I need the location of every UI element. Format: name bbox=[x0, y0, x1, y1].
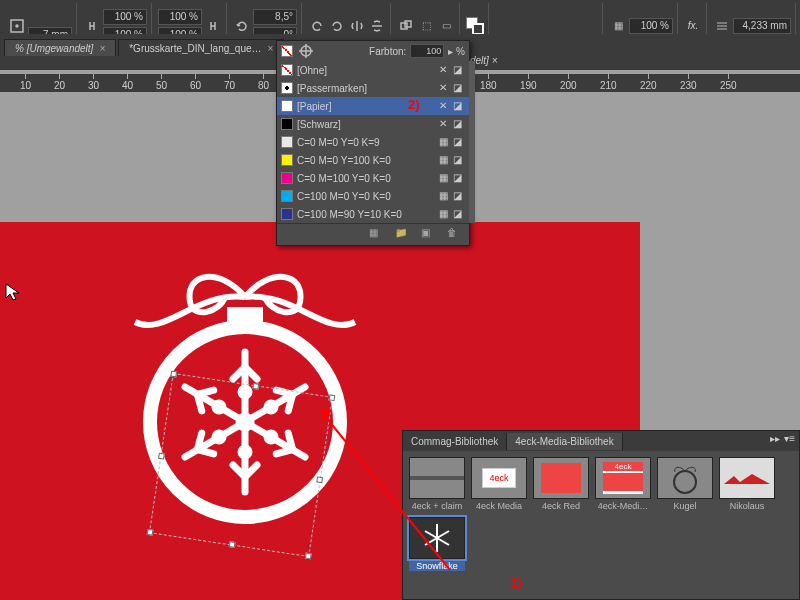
rotate-ccw-icon[interactable] bbox=[308, 17, 326, 35]
library-item[interactable]: Kugel bbox=[657, 457, 713, 511]
arrange-icon[interactable] bbox=[397, 17, 415, 35]
swatch-list: [Ohne]✕◪[Passermarken]✕◪[Papier]✕◪[Schwa… bbox=[277, 61, 469, 223]
new-folder-icon[interactable]: 📁 bbox=[395, 227, 411, 243]
fx-button[interactable]: fx. bbox=[684, 17, 702, 35]
stroke-field[interactable]: 4,233 mm bbox=[733, 18, 791, 34]
svg-marker-35 bbox=[320, 410, 332, 422]
swatch-row[interactable]: [Papier]✕◪ bbox=[277, 97, 469, 115]
swatch-row[interactable]: C=0 M=100 Y=0 K=0▦◪ bbox=[277, 169, 469, 187]
stroke-weight-icon bbox=[713, 17, 731, 35]
tint-slider-icon[interactable]: ▸ % bbox=[448, 46, 465, 57]
show-options-icon[interactable]: ▦ bbox=[369, 227, 385, 243]
doc-tab-2[interactable]: *Grusskarte_DIN_lang_que…× bbox=[118, 39, 284, 56]
effects-icon[interactable]: ▦ bbox=[609, 17, 627, 35]
tint-label: Farbton: bbox=[369, 46, 406, 57]
reference-point-icon[interactable] bbox=[8, 17, 26, 35]
new-swatch-icon[interactable]: ▣ bbox=[421, 227, 437, 243]
select-container-icon[interactable]: ⬚ bbox=[417, 17, 435, 35]
link-wh-icon[interactable] bbox=[83, 17, 101, 35]
panel-collapse-icon[interactable]: ▸▸ bbox=[770, 433, 780, 444]
annotation-number-2: 2) bbox=[408, 97, 420, 112]
swatch-row[interactable]: [Ohne]✕◪ bbox=[277, 61, 469, 79]
angle-field[interactable]: 8,5° bbox=[253, 9, 297, 25]
rotate-cw-icon[interactable] bbox=[328, 17, 346, 35]
swatch-row[interactable]: C=100 M=90 Y=10 K=0▦◪ bbox=[277, 205, 469, 223]
rotate-icon bbox=[233, 17, 251, 35]
scale-3-field[interactable]: 100 % bbox=[158, 9, 202, 25]
select-content-icon[interactable]: ▭ bbox=[437, 17, 455, 35]
svg-point-1 bbox=[16, 25, 18, 27]
stroke-swatch[interactable] bbox=[472, 23, 484, 35]
panel-menu-icon[interactable]: ▾≡ bbox=[784, 433, 795, 444]
doc-tab-1[interactable]: % [Umgewandelt]× bbox=[4, 39, 116, 56]
close-icon[interactable]: × bbox=[99, 43, 105, 54]
annotation-arrow bbox=[300, 390, 500, 590]
none-swatch-icon[interactable] bbox=[281, 45, 293, 57]
cursor-icon bbox=[4, 282, 24, 302]
swatch-row[interactable]: C=0 M=0 Y=100 K=0▦◪ bbox=[277, 151, 469, 169]
svg-rect-2 bbox=[401, 23, 407, 29]
svg-point-30 bbox=[674, 471, 696, 493]
swatch-row[interactable]: C=0 M=0 Y=0 K=9▦◪ bbox=[277, 133, 469, 151]
flip-h-icon[interactable] bbox=[348, 17, 366, 35]
close-icon[interactable]: × bbox=[268, 43, 274, 54]
flip-v-icon[interactable] bbox=[368, 17, 386, 35]
scale-x-field[interactable]: 100 % bbox=[103, 9, 147, 25]
swatches-panel: Farbton: ▸ % [Ohne]✕◪[Passermarken]✕◪[Pa… bbox=[276, 40, 470, 246]
close-icon[interactable]: × bbox=[492, 55, 498, 66]
swatch-row[interactable]: [Passermarken]✕◪ bbox=[277, 79, 469, 97]
library-item[interactable]: Nikolaus bbox=[719, 457, 775, 511]
link-scale-icon[interactable] bbox=[204, 17, 222, 35]
registration-icon[interactable] bbox=[297, 42, 315, 60]
scrollbar[interactable] bbox=[469, 61, 475, 223]
library-item[interactable]: 4eck Red bbox=[533, 457, 589, 511]
swatch-footer: ▦ 📁 ▣ 🗑 bbox=[277, 223, 469, 245]
library-item[interactable]: 4eck4eck-Medi… bbox=[595, 457, 651, 511]
library-tab-4eck[interactable]: 4eck-Media-Bibliothek bbox=[507, 433, 622, 450]
trash-icon[interactable]: 🗑 bbox=[447, 227, 463, 243]
tint-field[interactable] bbox=[410, 44, 444, 58]
swatch-row[interactable]: [Schwarz]✕◪ bbox=[277, 115, 469, 133]
opacity-field[interactable]: 100 % bbox=[629, 18, 673, 34]
svg-line-34 bbox=[320, 410, 450, 570]
svg-rect-3 bbox=[405, 21, 411, 27]
swatch-row[interactable]: C=100 M=0 Y=0 K=0▦◪ bbox=[277, 187, 469, 205]
annotation-number-1: 1) bbox=[510, 575, 522, 590]
